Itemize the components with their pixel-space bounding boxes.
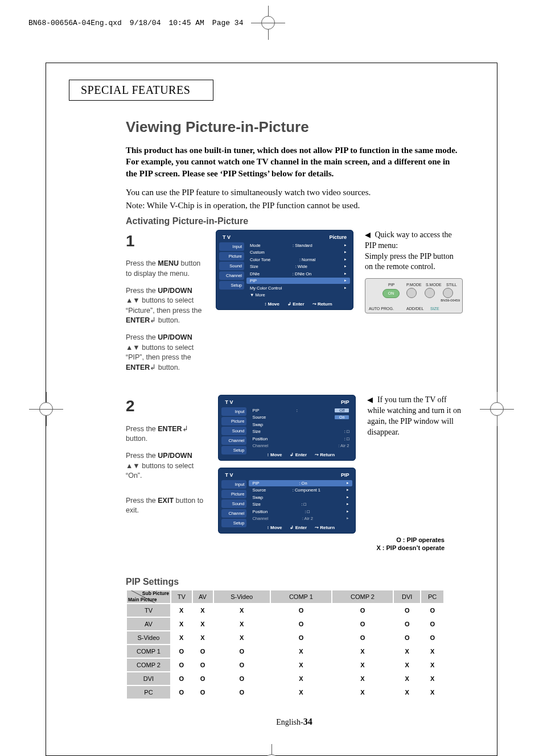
table-cell: O	[394, 618, 420, 630]
osd-off-pill: Off	[335, 408, 349, 412]
left-pointer-icon: ◀	[365, 230, 371, 239]
table-cell: O	[171, 645, 192, 658]
remote-autoprog-label: AUTO PROG.	[369, 306, 394, 311]
table-cell: X	[332, 645, 393, 658]
note-2: Note: While V-Chip is in operation, the …	[126, 201, 463, 210]
table-cell: X	[193, 618, 213, 630]
page-frame: SPECIAL FEATURES Viewing Picture-in-Pict…	[46, 63, 497, 756]
registration-mark-icon	[251, 6, 285, 40]
table-cell: X	[421, 659, 443, 671]
table-cell: O	[214, 686, 270, 699]
osd-foot-enter: ↲ Enter	[287, 301, 305, 307]
col-head: COMP 2	[332, 590, 393, 603]
table-cell: X	[394, 686, 420, 699]
osd-screenshot-pip-on: T V PIP Input Picture Sound Channel Setu…	[218, 468, 356, 534]
table-cell: O	[193, 659, 213, 671]
table-cell: O	[271, 631, 331, 644]
print-time: 10:45 AM	[168, 19, 204, 27]
page-title: Viewing Picture-in-Picture	[126, 118, 463, 136]
remote-pmode-label: P.MODE	[406, 282, 422, 287]
table-cell: O	[421, 631, 443, 644]
remote-addel-label: ADD/DEL	[406, 306, 423, 311]
table-row: COMP 2OOOXXXX	[127, 659, 443, 671]
osd-title: Picture	[329, 234, 347, 240]
remote-button-icon	[443, 288, 453, 298]
table-cell: X	[332, 686, 393, 699]
table-cell: X	[394, 645, 420, 658]
table-cell: X	[394, 672, 420, 685]
table-cell: X	[332, 659, 393, 671]
tip-2-text: If you turn the TV off while watching an…	[367, 395, 460, 436]
osd-side-picture: Picture	[219, 252, 244, 261]
table-cell: X	[171, 631, 192, 644]
note-1: You can use the PIP feature to simultane…	[126, 188, 463, 197]
table-row: S-VideoXXXOOOO	[127, 631, 443, 644]
remote-illustration: PIP P.MODE S.MODE STILL ON BN59-00459 AU…	[365, 278, 463, 313]
page-num-value: 34	[303, 717, 312, 726]
table-row: TVXXXOOOO	[127, 604, 443, 617]
step-1-number: 1	[126, 230, 204, 252]
table-cell: O	[421, 604, 443, 617]
print-date: 9/18/04	[130, 19, 161, 27]
legend-x: X : PIP doesn’t operate	[376, 544, 445, 551]
remote-size-label: SIZE	[430, 306, 439, 311]
table-cell: X	[271, 686, 331, 699]
table-row: DVIOOOXXXX	[127, 672, 443, 685]
row-head: COMP 2	[127, 659, 170, 671]
print-header: BN68-00656A-04Eng.qxd 9/18/04 10:45 AM P…	[0, 0, 543, 40]
remote-smode-label: S.MODE	[426, 282, 442, 287]
pip-settings-table: Sub Picture Main Picture TV AV S-Video C…	[126, 589, 445, 700]
table-cell: O	[214, 659, 270, 671]
table-cell: O	[214, 645, 270, 658]
step-2: 2 Press the ENTER↲ button. Press the UP/…	[126, 395, 463, 534]
table-cell: X	[271, 645, 331, 658]
table-cell: O	[171, 659, 192, 671]
table-cell: X	[214, 604, 270, 617]
table-cell: X	[394, 659, 420, 671]
registration-mark-icon	[29, 392, 63, 426]
section-tab: SPECIAL FEATURES	[69, 80, 213, 101]
col-head: DVI	[394, 590, 420, 603]
table-cell: X	[193, 631, 213, 644]
osd-row-pip-highlight: PIP▸	[246, 278, 350, 284]
osd-foot-move: ↕ Move	[264, 301, 279, 307]
osd-tv-label: T V	[223, 234, 231, 240]
table-cell: X	[214, 631, 270, 644]
table-row: PCOOOXXXX	[127, 686, 443, 699]
table-cell: O	[271, 618, 331, 630]
row-head: DVI	[127, 672, 170, 685]
step-1: 1 Press the MENU button to display the m…	[126, 230, 463, 380]
step-2-text: 2 Press the ENTER↲ button. Press the UP/…	[126, 395, 207, 523]
lead-text: This product has one built-in tuner, whi…	[126, 144, 463, 179]
remote-pip-label: PIP	[388, 282, 394, 287]
table-cell: X	[271, 672, 331, 685]
osd-screenshot-picture: T V Picture Input Picture Sound Channel …	[216, 230, 353, 310]
table-cell: X	[421, 686, 443, 699]
page-lang: English-	[276, 718, 303, 726]
print-file: BN68-00656A-04Eng.qxd	[28, 19, 122, 27]
tip-1: ◀ Quick way to access the PIP menu: Simp…	[365, 230, 463, 314]
col-head: TV	[171, 590, 192, 603]
table-cell: X	[171, 604, 192, 617]
table-cell: O	[171, 672, 192, 685]
pip-settings-heading: PIP Settings	[126, 577, 445, 587]
registration-mark-icon	[254, 744, 289, 756]
table-cell: O	[193, 672, 213, 685]
table-cell: X	[332, 672, 393, 685]
table-cell: O	[332, 604, 393, 617]
table-cell: X	[193, 604, 213, 617]
remote-on-button: ON	[382, 289, 400, 298]
col-head: AV	[193, 590, 213, 603]
corner-main-label: Main Picture	[128, 597, 157, 602]
osd-on-pill: On	[335, 415, 349, 419]
corner-sub-label: Sub Picture	[142, 591, 169, 596]
row-head: AV	[127, 618, 170, 630]
section-tab-label: SPECIAL FEATURES	[81, 84, 190, 96]
legend-o: O : PIP operates	[396, 536, 445, 543]
print-page: Page 34	[212, 19, 244, 27]
col-head: S-Video	[214, 590, 270, 603]
pip-settings-legend: O : PIP operates X : PIP doesn’t operate	[376, 536, 445, 552]
col-head: COMP 1	[271, 590, 331, 603]
table-cell: X	[171, 618, 192, 630]
remote-button-icon	[425, 288, 435, 298]
